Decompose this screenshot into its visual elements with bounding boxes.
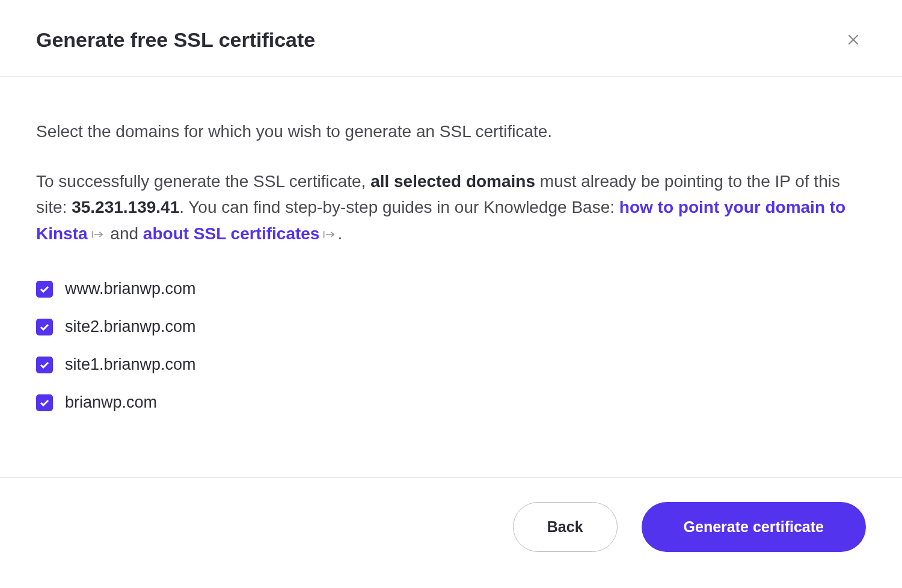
instruction-ip: 35.231.139.41 — [72, 198, 179, 216]
domain-checkbox[interactable] — [36, 394, 53, 411]
instruction-prefix: To successfully generate the SSL certifi… — [36, 172, 370, 191]
instruction-end: . — [337, 224, 342, 243]
domain-checkbox[interactable] — [36, 319, 53, 335]
domain-item: site1.brianwp.com — [36, 355, 866, 374]
check-icon — [40, 323, 49, 331]
domain-label: site1.brianwp.com — [65, 355, 196, 374]
modal-header: Generate free SSL certificate — [0, 0, 902, 77]
instruction-and: and — [106, 224, 143, 243]
generate-button[interactable]: Generate certificate — [642, 502, 866, 552]
instruction-bold-domains: all selected domains — [370, 172, 535, 191]
back-button[interactable]: Back — [513, 502, 618, 552]
modal-content: Select the domains for which you wish to… — [0, 77, 902, 442]
close-icon — [845, 32, 861, 47]
domain-label: site2.brianwp.com — [65, 317, 196, 336]
domain-item: brianwp.com — [36, 393, 866, 412]
domain-item: www.brianwp.com — [36, 280, 866, 298]
modal-title: Generate free SSL certificate — [36, 28, 315, 52]
close-button[interactable] — [841, 27, 866, 52]
domain-label: brianwp.com — [65, 393, 157, 412]
domain-list: www.brianwp.com site2.brianwp.com site1.… — [36, 280, 866, 412]
intro-text: Select the domains for which you wish to… — [36, 119, 866, 144]
domain-item: site2.brianwp.com — [36, 317, 866, 336]
check-icon — [40, 286, 49, 293]
check-icon — [40, 361, 49, 369]
modal-footer: Back Generate certificate — [0, 477, 902, 588]
external-link-icon — [323, 230, 335, 239]
check-icon — [40, 399, 49, 406]
instruction-mid2: . You can find step-by-step guides in ou… — [179, 198, 619, 216]
domain-label: www.brianwp.com — [65, 280, 196, 298]
domain-checkbox[interactable] — [36, 357, 53, 373]
external-link-icon — [91, 230, 103, 239]
domain-checkbox[interactable] — [36, 281, 53, 298]
link-ssl-certificates[interactable]: about SSL certificates — [143, 224, 320, 243]
instruction-text: To successfully generate the SSL certifi… — [36, 168, 866, 247]
